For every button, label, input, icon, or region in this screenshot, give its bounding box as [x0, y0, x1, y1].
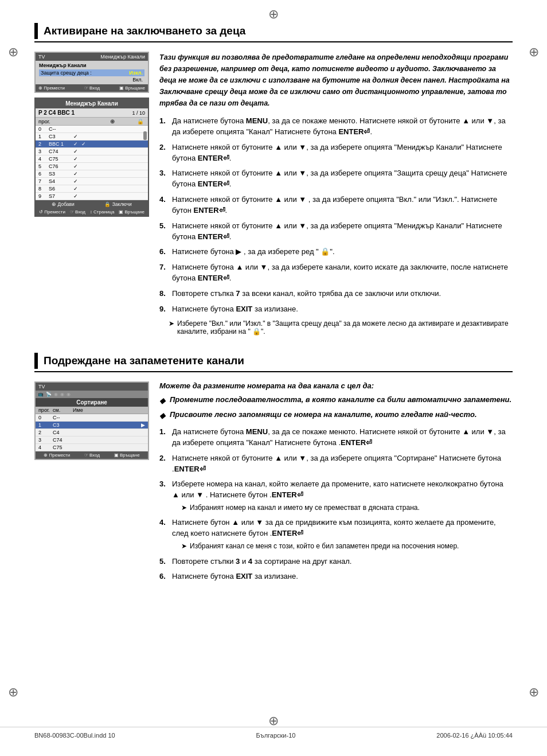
note-arrow-icon: ➤	[169, 319, 174, 336]
step-num: 4.	[159, 194, 172, 216]
ch-num: 1	[38, 134, 49, 139]
step-content: Натиснете бутон ▲ или ▼ за да се придвиж…	[172, 517, 513, 551]
bullet-item: ◆Промените последователността, в която к…	[159, 395, 513, 406]
col-add: ⊕	[110, 118, 118, 124]
ch-footer4: ▣ Връщане	[119, 209, 144, 215]
bullet-text: Присвоите лесно запомнящи се номера на к…	[170, 410, 477, 420]
note-text: Избраният канал се меня с този, който е …	[190, 541, 459, 551]
col-prog: прог.	[38, 118, 49, 124]
sort-footer1: ⊕ Премести	[44, 453, 70, 458]
step-content: Натиснете някой от бутоните ▲ или ▼, за …	[172, 168, 513, 190]
sort-rows: 0C--1C3▶2C43C744C75	[36, 414, 148, 451]
ch-row: 8S6✓	[36, 185, 148, 193]
section2-left: TV 📺 📡 ◉ ◉ ◉ Сортиране прог. см.	[34, 381, 149, 587]
step-num: 4.	[159, 517, 172, 551]
sort-ch: C75	[53, 445, 73, 450]
step-num: 6.	[159, 571, 172, 582]
section2-bullets: ◆Промените последователността, в която к…	[159, 395, 513, 421]
ch-footer3: ↕ Страница	[90, 209, 114, 215]
section-sort-channels: Подреждане на запаметените канали TV 📺 📡…	[34, 353, 513, 587]
ch-num: 0	[38, 126, 49, 132]
sort-ch: C3	[53, 422, 73, 428]
scroll-indicator	[143, 131, 147, 140]
note-text: Избраният номер на канал и името му се п…	[190, 503, 420, 513]
step-item: 6.Натиснете бутона ▶ , за да изберете ре…	[159, 247, 513, 258]
ch-action1: ⊕ Добави	[52, 201, 75, 207]
sort-footer: ⊕ Премести ☞ Вход ▣ Връщане	[36, 451, 148, 459]
ch-num: 9	[38, 193, 49, 199]
section2-title: Подреждане на запаметените канали	[44, 354, 244, 367]
ch-info-right: 1 / 10	[132, 110, 145, 116]
sort-num: 3	[38, 437, 53, 443]
sort-screen: TV 📺 📡 ◉ ◉ ◉ Сортиране прог. см.	[34, 381, 149, 460]
step-content: Натиснете бутона EXIT за излизане.	[172, 304, 513, 315]
ch-num: 7	[38, 178, 49, 184]
sort-num: 2	[38, 430, 53, 435]
sort-arrow	[137, 445, 145, 450]
step-note: ➤Избраният канал се меня с този, който е…	[181, 541, 513, 551]
bullet-icon: ◆	[159, 411, 165, 421]
sort-icon4: ◉	[60, 392, 64, 397]
tv-menu-label: Мениджър Канали	[39, 63, 144, 68]
sort-arrow	[137, 437, 145, 443]
ch-check: ✓	[72, 149, 80, 154]
ch-info-left: P 2 C4 BBC 1	[38, 110, 75, 116]
section2-header: Подреждане на запаметените канали	[34, 353, 513, 372]
sort-row: 3C74	[36, 437, 148, 444]
sort-arrow: ▶	[137, 422, 145, 428]
ch-check: ✓	[72, 178, 80, 184]
ch-row: 3C74✓	[36, 148, 148, 155]
section2-content: TV 📺 📡 ◉ ◉ ◉ Сортиране прог. см.	[34, 381, 513, 587]
ch-footer2: ☞ Вход	[70, 209, 85, 215]
ch-row: 0C--	[36, 126, 148, 133]
sort-name	[73, 422, 137, 428]
ch-num: 4	[38, 156, 49, 162]
step-item: 4.Натиснете бутон ▲ или ▼ за да се придв…	[159, 517, 513, 551]
step-num: 1.	[159, 427, 172, 449]
section1-left: TV Мениджър Канали Мениджър Канали Защит…	[34, 52, 149, 336]
step-content: Повторете стъпки 3 и 4 за сортиране на д…	[172, 556, 513, 567]
ch-check: ✓	[72, 193, 80, 199]
step-content: Да натиснете бутона MENU, за да се покаж…	[172, 116, 513, 138]
ch-row: 2BBC 1✓✓	[36, 141, 148, 148]
step-item: 4.Натиснете някой от бутоните ▲ или ▼ , …	[159, 194, 513, 216]
tv-submenu-row: Защита срещу деца : Изкл.	[39, 69, 144, 76]
step-content: Натиснете бутона EXIT за излизане.	[172, 571, 513, 582]
step-num: 5.	[159, 556, 172, 567]
sort-title: Сортиране	[36, 398, 148, 407]
sort-name	[73, 437, 137, 443]
sort-icons-row: 📺 📡 ◉ ◉ ◉	[36, 391, 148, 398]
tv-body: Мениджър Канали Защита срещу деца : Изкл…	[36, 61, 148, 84]
sort-num: 0	[38, 415, 53, 420]
ch-row: 1C3✓	[36, 133, 148, 141]
tv-submenu-val2: Вкл.	[132, 77, 143, 83]
step-num: 6.	[159, 247, 172, 258]
tv-submenu-label: Защита срещу деца :	[41, 70, 92, 76]
sort-arrow	[137, 430, 145, 435]
section1-content: TV Мениджър Канали Мениджър Канали Защит…	[34, 52, 513, 336]
sort-name	[73, 415, 137, 420]
sort-name	[73, 430, 137, 435]
step-num: 3.	[159, 479, 172, 513]
section1-title: Активиране на заключването за деца	[44, 25, 245, 37]
ch-name: S4	[49, 178, 72, 184]
tv-footer1: ⊕ Премести	[38, 85, 65, 91]
ch-lock: ✓	[80, 141, 88, 147]
step-num: 7.	[159, 262, 172, 284]
sort-col-headers: прог. см. Име	[36, 407, 148, 414]
step-content: Натиснете някой от бутоните ▲ или ▼, за …	[172, 221, 513, 243]
sort-col-name: Име	[73, 407, 145, 413]
col-lock: 🔒	[137, 118, 145, 124]
step-item: 6.Натиснете бутона EXIT за излизане.	[159, 571, 513, 582]
sort-row: 4C75	[36, 444, 148, 451]
sort-col-ch: см.	[53, 407, 73, 413]
ch-num: 6	[38, 171, 49, 177]
step-num: 1.	[159, 116, 172, 138]
tv-screen-childlock: TV Мениджър Канали Мениджър Канали Защит…	[34, 52, 149, 93]
sort-num: 4	[38, 445, 53, 450]
ch-check: ✓	[72, 186, 80, 192]
ch-col-headers: прог. ⊕ 🔒	[36, 118, 148, 126]
ch-action2: 🔒 Заключи	[104, 201, 131, 207]
section2-steps: 1.Да натиснете бутона MENU, за да се пок…	[159, 427, 513, 582]
footer-left: BN68-00983C-00Bul.indd 10	[34, 732, 115, 739]
